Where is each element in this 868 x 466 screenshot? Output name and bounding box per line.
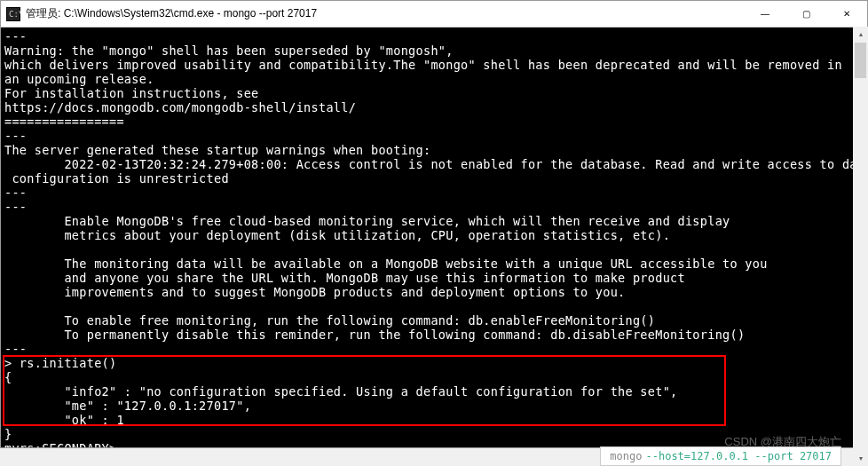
- window-title: 管理员: C:\Windows\System32\cmd.exe - mongo…: [26, 6, 745, 21]
- scrollbar[interactable]: ▴ ▾: [853, 27, 868, 466]
- minimize-button[interactable]: —: [745, 1, 785, 27]
- scroll-up-button[interactable]: ▴: [853, 27, 868, 42]
- cmd-icon: C:\: [6, 7, 20, 21]
- svg-text:C:\: C:\: [9, 10, 20, 19]
- titlebar[interactable]: C:\ 管理员: C:\Windows\System32\cmd.exe - m…: [1, 1, 867, 28]
- terminal-area[interactable]: --- Warning: the "mongo" shell has been …: [1, 28, 867, 447]
- close-button[interactable]: ✕: [826, 1, 867, 27]
- status-host: --host=127.0.0.1 --port 27017: [645, 450, 832, 462]
- window-controls: — ▢ ✕: [745, 1, 867, 27]
- status-tab: mongo --host=127.0.0.1 --port 27017: [600, 446, 841, 466]
- terminal-window: C:\ 管理员: C:\Windows\System32\cmd.exe - m…: [0, 0, 868, 448]
- scroll-thumb[interactable]: [855, 43, 866, 78]
- maximize-button[interactable]: ▢: [785, 1, 826, 27]
- status-cmd: mongo: [610, 450, 642, 462]
- terminal-output: --- Warning: the "mongo" shell has been …: [4, 29, 867, 447]
- scroll-down-button[interactable]: ▾: [853, 451, 868, 466]
